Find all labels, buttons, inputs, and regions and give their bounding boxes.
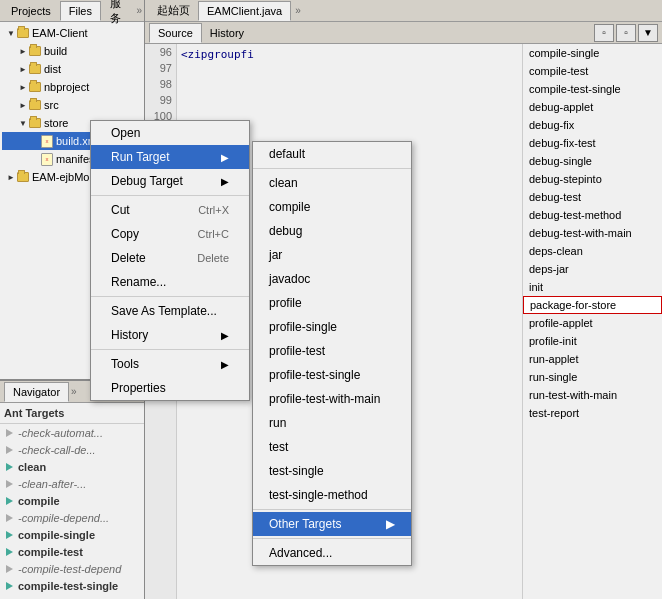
- target-item-debug-stepinto[interactable]: debug-stepinto: [523, 170, 662, 188]
- submenu-item-test-single[interactable]: test-single: [253, 459, 411, 483]
- toolbar-btn-1[interactable]: ▫: [594, 24, 614, 42]
- xml-file-icon: x: [40, 134, 54, 148]
- tab-projects[interactable]: Projects: [2, 1, 60, 21]
- ant-item[interactable]: compile-single: [0, 526, 144, 543]
- submenu-item-profile-test[interactable]: profile-test: [253, 339, 411, 363]
- play-icon: [6, 446, 14, 454]
- submenu-item-run[interactable]: run: [253, 411, 411, 435]
- menu-item-save-template[interactable]: Save As Template...: [91, 299, 249, 323]
- menu-item-properties[interactable]: Properties: [91, 376, 249, 400]
- target-item-compile-test[interactable]: compile-test: [523, 62, 662, 80]
- menu-item-delete[interactable]: Delete Delete: [91, 246, 249, 270]
- tree-item-src[interactable]: ► src: [2, 96, 142, 114]
- target-item-debug-fix-test[interactable]: debug-fix-test: [523, 134, 662, 152]
- ant-item[interactable]: compile-test-single: [0, 577, 144, 594]
- tabs-overflow-icon[interactable]: »: [136, 5, 142, 16]
- tree-label: dist: [44, 63, 61, 75]
- play-icon: [6, 497, 14, 505]
- ant-item[interactable]: clean: [0, 458, 144, 475]
- target-item-profile-applet[interactable]: profile-applet: [523, 314, 662, 332]
- menu-item-rename[interactable]: Rename...: [91, 270, 249, 294]
- ant-item[interactable]: -compile-test-depend: [0, 560, 144, 577]
- code-line-99: [181, 94, 518, 110]
- tree-item-eam-client[interactable]: ▼ EAM-Client: [2, 24, 142, 42]
- ant-item-label: -check-automat...: [18, 427, 103, 439]
- tab-history[interactable]: History: [202, 23, 252, 43]
- submenu-item-compile[interactable]: compile: [253, 195, 411, 219]
- target-item-init[interactable]: init: [523, 278, 662, 296]
- target-item-debug-test-method[interactable]: debug-test-method: [523, 206, 662, 224]
- target-item-debug-single[interactable]: debug-single: [523, 152, 662, 170]
- tab-files[interactable]: Files: [60, 1, 101, 21]
- target-item-run-single[interactable]: run-single: [523, 368, 662, 386]
- target-item-run-test-with-main[interactable]: run-test-with-main: [523, 386, 662, 404]
- submenu-item-profile-single[interactable]: profile-single: [253, 315, 411, 339]
- ant-item[interactable]: -check-automat...: [0, 424, 144, 441]
- submenu-item-test[interactable]: test: [253, 435, 411, 459]
- toolbar-btn-arrow[interactable]: ▼: [638, 24, 658, 42]
- tree-label: EAM-Client: [32, 27, 88, 39]
- ant-item[interactable]: compile-test: [0, 543, 144, 560]
- submenu-item-other-targets[interactable]: Other Targets ▶: [253, 512, 411, 536]
- menu-item-run-target[interactable]: Run Target ▶: [91, 145, 249, 169]
- menu-item-history[interactable]: History ▶: [91, 323, 249, 347]
- ant-item[interactable]: -check-call-de...: [0, 441, 144, 458]
- tab-source[interactable]: Source: [149, 23, 202, 43]
- folder-icon: [28, 80, 42, 94]
- tree-item-dist[interactable]: ► dist: [2, 60, 142, 78]
- target-item-debug-applet[interactable]: debug-applet: [523, 98, 662, 116]
- submenu-label: profile-test: [269, 344, 325, 358]
- menu-item-tools[interactable]: Tools ▶: [91, 352, 249, 376]
- submenu-item-debug[interactable]: debug: [253, 219, 411, 243]
- target-item-profile-init[interactable]: profile-init: [523, 332, 662, 350]
- tree-item-build[interactable]: ► build: [2, 42, 142, 60]
- target-item-package-for-store[interactable]: package-for-store: [523, 296, 662, 314]
- target-item-deps-clean[interactable]: deps-clean: [523, 242, 662, 260]
- ant-item[interactable]: -copy-persistence-xml: [0, 594, 144, 599]
- target-item-test-report[interactable]: test-report: [523, 404, 662, 422]
- right-tabs-overflow[interactable]: »: [295, 5, 301, 16]
- menu-item-cut[interactable]: Cut Ctrl+X: [91, 198, 249, 222]
- tab-projects-label: Projects: [11, 5, 51, 17]
- menu-item-debug-target[interactable]: Debug Target ▶: [91, 169, 249, 193]
- menu-item-open[interactable]: Open: [91, 121, 249, 145]
- ant-item-label: clean: [18, 461, 46, 473]
- submenu-item-default[interactable]: default: [253, 142, 411, 166]
- tree-item-nbproject[interactable]: ► nbproject: [2, 78, 142, 96]
- submenu-item-profile[interactable]: profile: [253, 291, 411, 315]
- ant-targets-header: Ant Targets: [0, 403, 144, 424]
- toolbar-btn-2[interactable]: ▫: [616, 24, 636, 42]
- submenu-item-profile-test-single[interactable]: profile-test-single: [253, 363, 411, 387]
- target-item-deps-jar[interactable]: deps-jar: [523, 260, 662, 278]
- target-item-compile-single[interactable]: compile-single: [523, 44, 662, 62]
- target-item-debug-test[interactable]: debug-test: [523, 188, 662, 206]
- ant-item[interactable]: -clean-after-...: [0, 475, 144, 492]
- submenu-item-jar[interactable]: jar: [253, 243, 411, 267]
- code-line-98: [181, 78, 518, 94]
- side-targets-panel: compile-single compile-test compile-test…: [522, 44, 662, 599]
- submenu-item-profile-test-with-main[interactable]: profile-test-with-main: [253, 387, 411, 411]
- tab-start-page[interactable]: 起始页: [149, 1, 198, 21]
- shortcut-label: Ctrl+C: [198, 228, 229, 240]
- submenu-item-clean[interactable]: clean: [253, 171, 411, 195]
- tab-eam-client[interactable]: EAMClient.java: [198, 1, 291, 21]
- menu-item-copy[interactable]: Copy Ctrl+C: [91, 222, 249, 246]
- target-item-compile-test-single[interactable]: compile-test-single: [523, 80, 662, 98]
- target-item-debug-fix[interactable]: debug-fix: [523, 116, 662, 134]
- tab-service[interactable]: 服务: [101, 1, 134, 21]
- submenu-item-test-single-method[interactable]: test-single-method: [253, 483, 411, 507]
- play-icon: [6, 514, 14, 522]
- menu-label: Save As Template...: [111, 304, 217, 318]
- target-item-run-applet[interactable]: run-applet: [523, 350, 662, 368]
- target-item-debug-test-with-main[interactable]: debug-test-with-main: [523, 224, 662, 242]
- xml-file-icon: x: [40, 152, 54, 166]
- expand-icon: [30, 154, 40, 164]
- ant-item[interactable]: -compile-depend...: [0, 509, 144, 526]
- submenu-item-javadoc[interactable]: javadoc: [253, 267, 411, 291]
- submenu-arrow-icon: ▶: [221, 152, 229, 163]
- ant-item[interactable]: compile: [0, 492, 144, 509]
- submenu-item-advanced[interactable]: Advanced...: [253, 541, 411, 565]
- tab-navigator[interactable]: Navigator: [4, 382, 69, 402]
- nav-tabs-overflow[interactable]: »: [71, 386, 77, 397]
- expand-icon: ▼: [6, 28, 16, 38]
